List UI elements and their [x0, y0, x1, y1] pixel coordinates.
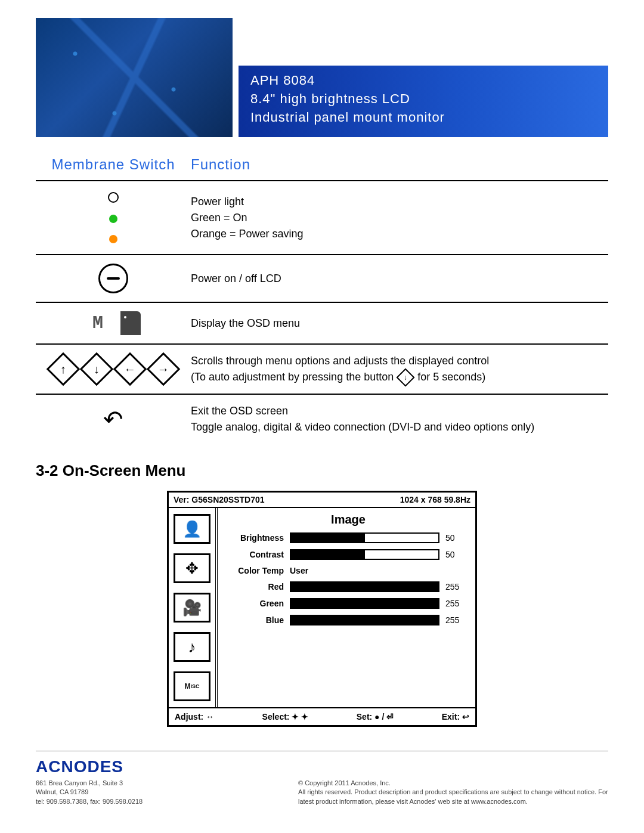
osd-row-colortemp[interactable]: Color Temp User — [227, 566, 469, 575]
menu-book-icon — [120, 311, 141, 335]
menu-button-desc: Display the OSD menu — [191, 315, 608, 332]
led-green-icon — [109, 215, 117, 223]
model-line2: 8.4" high brightness LCD — [250, 90, 596, 109]
power-light-line2: Green = On — [191, 210, 608, 226]
osd-row-green[interactable]: Green 255 — [227, 598, 469, 609]
row-arrow-buttons: ↑ ↓ ← → Scrolls through menu options and… — [36, 345, 608, 395]
exit-return-icon: ↶ — [103, 405, 123, 433]
power-light-line3: Orange = Power saving — [191, 226, 608, 242]
blue-bar — [290, 615, 439, 625]
osd-hint-bar: Adjust: ↔ Select: ✦ ✦ Set: ● / ⏎ Exit: ↩ — [169, 707, 475, 725]
power-light-line1: Power light — [191, 194, 608, 210]
blue-label: Blue — [227, 615, 290, 625]
row-power-button: Power on / off LCD — [36, 255, 608, 303]
osd-version: Ver: G56SN20SSTD701 — [174, 495, 265, 504]
green-value: 255 — [445, 599, 469, 608]
osd-row-contrast[interactable]: Contrast 50 — [227, 549, 469, 560]
led-off-icon — [108, 192, 119, 203]
osd-tab-position[interactable]: ✥ — [174, 553, 210, 583]
osd-mode: 1024 x 768 59.8Hz — [400, 495, 470, 504]
osd-panel: Ver: G56SN20SSTD701 1024 x 768 59.8Hz 👤 … — [167, 491, 477, 727]
col-header-desc: Function — [191, 154, 608, 175]
brightness-label: Brightness — [227, 533, 290, 543]
footer-addr2: Walnut, CA 91789 — [36, 788, 143, 797]
column-headers: Membrane Switch Function — [36, 149, 608, 181]
arrows-desc2: (To auto adjustment by pressing the butt… — [191, 369, 608, 385]
inline-down-arrow-icon: ↓ — [397, 368, 415, 387]
down-arrow-icon: ↓ — [80, 352, 114, 386]
footer-addr1: 661 Brea Canyon Rd., Suite 3 — [36, 779, 143, 788]
up-arrow-icon: ↑ — [47, 352, 80, 386]
green-bar — [290, 598, 439, 609]
brand-logo: ACNODES — [36, 757, 143, 776]
green-label: Green — [227, 599, 290, 608]
led-orange-icon — [109, 235, 117, 243]
banner-title: APH 8084 8.4" high brightness LCD Indust… — [239, 66, 608, 137]
row-power-light: Power light Green = On Orange = Power sa… — [36, 181, 608, 255]
brightness-value: 50 — [445, 533, 469, 543]
blue-value: 255 — [445, 615, 469, 625]
model-number: APH 8084 — [250, 72, 596, 90]
hint-exit: Exit: ↩ — [442, 712, 469, 721]
osd-tab-misc[interactable]: MISC — [174, 671, 210, 701]
power-button-icon — [98, 264, 128, 293]
exit-desc1: Exit the OSD screen — [191, 403, 608, 419]
osd-pane-title: Image — [227, 513, 469, 527]
model-line3: Industrial panel mount monitor — [250, 109, 596, 127]
osd-row-blue[interactable]: Blue 255 — [227, 615, 469, 625]
banner-pcb-image — [36, 18, 233, 137]
red-bar — [290, 581, 439, 592]
colortemp-value: User — [290, 566, 469, 575]
contrast-label: Contrast — [227, 550, 290, 559]
power-button-desc: Power on / off LCD — [191, 271, 608, 287]
row-exit-button: ↶ Exit the OSD screen Toggle analog, dig… — [36, 395, 608, 444]
hint-select: Select: ✦ ✦ — [262, 712, 309, 721]
right-arrow-icon: → — [147, 352, 181, 386]
footer-copyright: © Copyright 2011 Acnodes, Inc. — [298, 779, 608, 788]
brightness-bar — [290, 532, 439, 543]
left-arrow-icon: ← — [113, 352, 147, 386]
contrast-value: 50 — [445, 550, 469, 559]
osd-row-red[interactable]: Red 255 — [227, 581, 469, 592]
osd-tab-list: 👤 ✥ 🎥 ♪ MISC — [169, 508, 218, 707]
contrast-bar — [290, 549, 439, 560]
footer-legal: All rights reserved. Product description… — [298, 788, 608, 806]
osd-tab-image[interactable]: 👤 — [174, 514, 210, 544]
m-key-icon: M — [86, 311, 110, 335]
header-banner: APH 8084 8.4" high brightness LCD Indust… — [36, 18, 608, 137]
row-menu-button: M Display the OSD menu — [36, 303, 608, 345]
page-footer: ACNODES 661 Brea Canyon Rd., Suite 3 Wal… — [36, 751, 608, 806]
red-label: Red — [227, 582, 290, 592]
col-header-icon: Membrane Switch — [36, 154, 191, 175]
colortemp-label: Color Temp — [227, 566, 290, 575]
footer-addr3: tel: 909.598.7388, fax: 909.598.0218 — [36, 797, 143, 806]
osd-tab-video[interactable]: 🎥 — [174, 593, 210, 623]
hint-set: Set: ● / ⏎ — [357, 712, 394, 721]
red-value: 255 — [445, 582, 469, 592]
exit-desc2: Toggle analog, digital & video connectio… — [191, 419, 608, 435]
section-title: 3-2 On-Screen Menu — [36, 462, 608, 480]
hint-adjust: Adjust: ↔ — [175, 712, 214, 721]
osd-row-brightness[interactable]: Brightness 50 — [227, 532, 469, 543]
arrows-desc1: Scrolls through menu options and adjusts… — [191, 353, 608, 369]
osd-tab-audio[interactable]: ♪ — [174, 632, 210, 662]
